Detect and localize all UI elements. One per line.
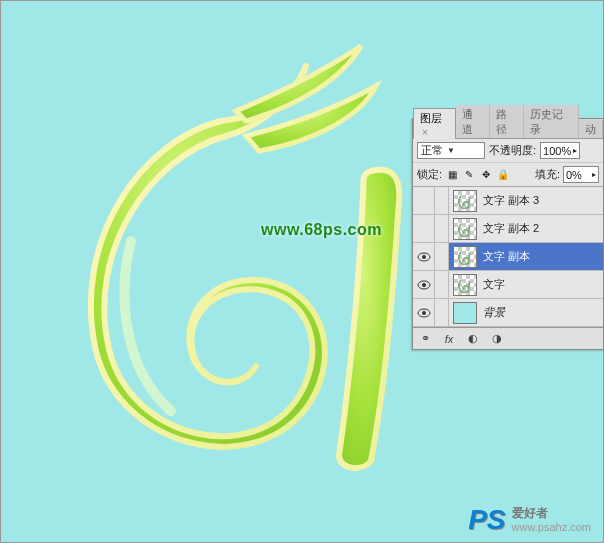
layer-name: 背景 xyxy=(481,305,505,320)
lock-transparency-icon[interactable]: ▦ xyxy=(445,168,459,182)
visibility-toggle[interactable] xyxy=(413,271,435,298)
tab-channels[interactable]: 通道 xyxy=(456,105,490,138)
link-col xyxy=(435,187,449,214)
opacity-label: 不透明度: xyxy=(489,143,536,158)
visibility-toggle[interactable] xyxy=(413,215,435,242)
adjustment-icon[interactable]: ◑ xyxy=(489,331,505,347)
tab-history[interactable]: 历史记录 xyxy=(524,105,579,138)
layer-name: 文字 副本 3 xyxy=(481,193,539,208)
svg-point-3 xyxy=(422,283,426,287)
layer-row[interactable]: 文字 副本 2 xyxy=(413,215,603,243)
svg-point-1 xyxy=(422,255,426,259)
chevron-right-icon: ▸ xyxy=(592,170,596,179)
artwork-61-logo xyxy=(41,41,421,471)
layer-thumbnail xyxy=(453,302,477,324)
layer-thumbnail xyxy=(453,274,477,296)
visibility-toggle[interactable] xyxy=(413,187,435,214)
layers-list: 文字 副本 3文字 副本 2文字 副本文字背景 xyxy=(413,187,603,327)
layer-thumbnail xyxy=(453,246,477,268)
layer-name: 文字 副本 2 xyxy=(481,221,539,236)
svg-point-5 xyxy=(422,311,426,315)
link-col xyxy=(435,271,449,298)
opacity-input[interactable]: 100%▸ xyxy=(540,142,580,159)
panel-footer: ⚭ fx ◐ ◑ xyxy=(413,327,603,349)
watermark-center: www.68ps.com xyxy=(261,221,382,239)
mask-icon[interactable]: ◐ xyxy=(465,331,481,347)
chevron-right-icon: ▸ xyxy=(573,146,577,155)
link-col xyxy=(435,215,449,242)
tab-actions[interactable]: 动 xyxy=(579,120,603,138)
layers-panel: 图层× 通道 路径 历史记录 动 正常▼ 不透明度: 100%▸ 锁定: ▦ ✎… xyxy=(412,118,604,350)
chevron-down-icon: ▼ xyxy=(447,146,455,155)
layer-row[interactable]: 背景 xyxy=(413,299,603,327)
layer-thumbnail xyxy=(453,218,477,240)
visibility-toggle[interactable] xyxy=(413,299,435,326)
tab-layers[interactable]: 图层× xyxy=(413,108,456,139)
link-layers-icon[interactable]: ⚭ xyxy=(417,331,433,347)
blend-mode-select[interactable]: 正常▼ xyxy=(417,142,485,159)
layer-name: 文字 副本 xyxy=(481,249,530,264)
lock-label: 锁定: xyxy=(417,167,442,182)
link-col xyxy=(435,299,449,326)
visibility-toggle[interactable] xyxy=(413,243,435,270)
fx-icon[interactable]: fx xyxy=(441,331,457,347)
watermark-line2: www.psahz.com xyxy=(512,521,591,533)
link-col xyxy=(435,243,449,270)
layer-thumbnail xyxy=(453,190,477,212)
layer-name: 文字 xyxy=(481,277,505,292)
layer-row[interactable]: 文字 副本 xyxy=(413,243,603,271)
close-icon[interactable]: × xyxy=(422,127,428,138)
fill-input[interactable]: 0%▸ xyxy=(563,166,599,183)
layer-row[interactable]: 文字 副本 3 xyxy=(413,187,603,215)
lock-position-icon[interactable]: ✥ xyxy=(479,168,493,182)
panel-tabs: 图层× 通道 路径 历史记录 动 xyxy=(413,119,603,139)
watermark-line1: 爱好者 xyxy=(512,507,591,520)
lock-pixels-icon[interactable]: ✎ xyxy=(462,168,476,182)
layer-row[interactable]: 文字 xyxy=(413,271,603,299)
ps-logo: PS xyxy=(468,504,505,536)
watermark-bottom-right: PS 爱好者 www.psahz.com xyxy=(468,504,591,536)
tab-paths[interactable]: 路径 xyxy=(490,105,524,138)
lock-all-icon[interactable]: 🔒 xyxy=(496,168,510,182)
fill-label: 填充: xyxy=(535,167,560,182)
